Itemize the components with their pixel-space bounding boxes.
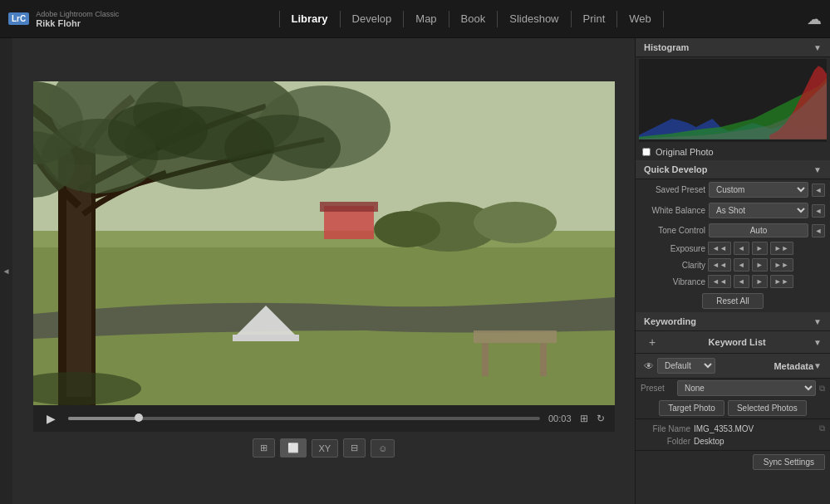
clarity-inc2-btn[interactable]: ►► <box>770 258 793 272</box>
quick-develop-header[interactable]: Quick Develop ▼ <box>636 160 830 179</box>
file-info-section: File Name IMG_4353.MOV ⧉ Folder Desktop <box>636 418 830 450</box>
grid-view-btn[interactable]: ⊞ <box>253 438 275 458</box>
metadata-view-dropdown[interactable]: Default <box>657 358 715 374</box>
keywording-header[interactable]: Keywording ▼ <box>636 312 830 331</box>
logo-area: LrC Adobe Lightroom Classic Rikk Flohr <box>8 10 119 28</box>
keyword-list-arrow: ▼ <box>813 338 822 347</box>
loupe-view-btn[interactable]: ⬜ <box>280 438 307 458</box>
app-name-area: Adobe Lightroom Classic Rikk Flohr <box>36 10 119 28</box>
histogram-title: Histogram <box>644 42 689 52</box>
app-user: Rikk Flohr <box>36 18 119 28</box>
saved-preset-prev-btn[interactable]: ◄ <box>812 183 825 197</box>
sync-row: Sync Settings <box>636 450 830 473</box>
tone-control-label: Tone Control <box>641 226 705 235</box>
metadata-controls-row: 👁 Default <box>644 358 774 374</box>
file-name-value: IMG_4353.MOV <box>694 424 816 433</box>
tone-control-prev-btn[interactable]: ◄ <box>812 224 825 237</box>
bottom-toolbar: ⊞ ⬜ XY ⊟ ☺ <box>21 432 626 461</box>
metadata-preset-row: Preset None ⧉ <box>636 379 830 398</box>
white-balance-label: White Balance <box>641 206 705 215</box>
settings-icon[interactable]: ↻ <box>597 413 605 424</box>
app-company: Adobe Lightroom Classic <box>36 10 119 18</box>
exposure-inc2-btn[interactable]: ►► <box>770 242 793 255</box>
file-name-copy-btn[interactable]: ⧉ <box>819 423 825 433</box>
metadata-buttons-row: Target Photo Selected Photos <box>636 398 830 418</box>
original-photo-row: Original Photo <box>636 144 830 160</box>
vibrance-dec-btn[interactable]: ◄ <box>734 275 749 288</box>
metadata-eye-btn[interactable]: 👁 <box>644 360 654 372</box>
file-name-row: File Name IMG_4353.MOV ⧉ <box>641 422 825 435</box>
preset-label: Preset <box>641 384 674 393</box>
reset-row: Reset All <box>636 290 830 312</box>
compare-view-btn[interactable]: XY <box>312 439 339 458</box>
nav-print[interactable]: Print <box>572 11 618 27</box>
play-button[interactable]: ▶ <box>43 410 60 427</box>
exposure-inc-btn[interactable]: ► <box>752 242 768 255</box>
svg-rect-12 <box>540 343 547 376</box>
selected-photos-btn[interactable]: Selected Photos <box>728 400 807 416</box>
keyword-list-title: Keyword List <box>709 337 766 347</box>
nav-map[interactable]: Map <box>404 11 449 27</box>
vibrance-inc2-btn[interactable]: ►► <box>770 275 793 288</box>
saved-preset-dropdown[interactable]: Custom <box>709 182 808 198</box>
clarity-dec-btn[interactable]: ◄ <box>734 258 749 272</box>
clarity-dec2-btn[interactable]: ◄◄ <box>708 258 731 272</box>
lrc-badge: LrC <box>8 12 29 25</box>
metadata-header[interactable]: 👁 Default Metadata ▼ <box>636 354 830 379</box>
video-controls: ▶ 00:03 ⊞ ↻ <box>33 405 615 432</box>
nav-slideshow[interactable]: Slideshow <box>498 11 571 27</box>
reset-all-btn[interactable]: Reset All <box>702 293 763 309</box>
sync-settings-btn[interactable]: Sync Settings <box>753 454 825 470</box>
white-balance-dropdown[interactable]: As Shot <box>709 203 808 218</box>
original-photo-label: Original Photo <box>656 147 714 157</box>
saved-preset-row: Saved Preset Custom ◄ <box>636 179 830 200</box>
exposure-dec-btn[interactable]: ◄ <box>734 242 749 255</box>
exposure-label: Exposure <box>641 244 705 253</box>
clarity-inc-btn[interactable]: ► <box>752 258 768 272</box>
original-photo-checkbox[interactable] <box>642 148 651 156</box>
exposure-row: Exposure ◄◄ ◄ ► ►► <box>636 240 830 257</box>
saved-preset-label: Saved Preset <box>641 185 705 194</box>
survey-view-btn[interactable]: ⊟ <box>343 438 366 458</box>
target-photo-btn[interactable]: Target Photo <box>659 400 724 416</box>
svg-point-5 <box>374 211 440 247</box>
video-container <box>33 81 615 405</box>
main-area: ◄ <box>0 38 830 504</box>
keywording-title: Keywording <box>644 316 696 326</box>
quality-icon[interactable]: ⊞ <box>580 413 588 424</box>
svg-point-21 <box>224 115 341 181</box>
time-display: 00:03 <box>548 413 572 423</box>
people-view-btn[interactable]: ☺ <box>371 439 395 458</box>
nav-web[interactable]: Web <box>617 11 664 27</box>
vibrance-dec2-btn[interactable]: ◄◄ <box>708 275 731 288</box>
keywording-arrow: ▼ <box>813 317 822 326</box>
nav-develop[interactable]: Develop <box>341 11 405 27</box>
vibrance-inc-btn[interactable]: ► <box>752 275 768 288</box>
left-panel-arrow: ◄ <box>2 267 11 276</box>
exposure-dec2-btn[interactable]: ◄◄ <box>708 242 731 255</box>
preset-dropdown[interactable]: None <box>677 380 816 396</box>
white-balance-prev-btn[interactable]: ◄ <box>812 204 825 218</box>
keyword-list-header[interactable]: + Keyword List ▼ <box>636 331 830 354</box>
vibrance-label: Vibrance <box>641 277 705 286</box>
progress-bar[interactable] <box>68 417 540 420</box>
clarity-label: Clarity <box>641 261 705 270</box>
center-content: ▶ 00:03 ⊞ ↻ ⊞ ⬜ XY ⊟ ☺ <box>12 38 635 504</box>
histogram-header[interactable]: Histogram ▼ <box>636 38 830 57</box>
cloud-icon[interactable]: ☁ <box>807 10 822 28</box>
preset-copy-btn[interactable]: ⧉ <box>819 384 825 394</box>
svg-point-4 <box>474 202 557 243</box>
progress-fill <box>68 417 139 420</box>
metadata-arrow: ▼ <box>813 361 822 370</box>
svg-point-22 <box>108 102 208 160</box>
nav-links: Library Develop Map Book Slideshow Print… <box>135 11 807 27</box>
quick-develop-section: Saved Preset Custom ◄ White Balance As S… <box>636 179 830 312</box>
vibrance-row: Vibrance ◄◄ ◄ ► ►► <box>636 273 830 290</box>
quick-develop-title: Quick Develop <box>644 164 707 174</box>
keyword-add-btn[interactable]: + <box>644 335 661 349</box>
clarity-row: Clarity ◄◄ ◄ ► ►► <box>636 257 830 273</box>
tone-auto-btn[interactable]: Auto <box>709 223 808 237</box>
nav-library[interactable]: Library <box>279 11 341 27</box>
left-panel[interactable]: ◄ <box>0 38 12 504</box>
nav-book[interactable]: Book <box>449 11 498 27</box>
